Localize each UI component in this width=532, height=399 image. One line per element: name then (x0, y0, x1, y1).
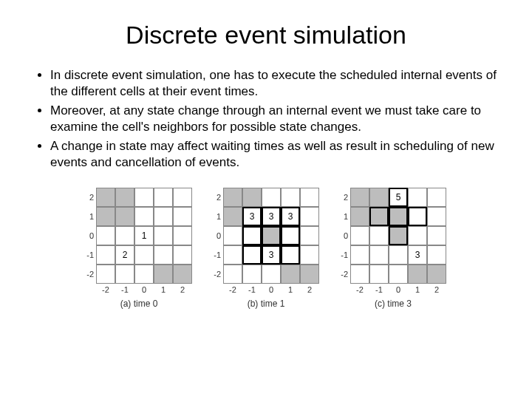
y-axis-label: -2 (340, 265, 350, 284)
grid-cell (154, 226, 173, 245)
y-axis-label: 2 (86, 188, 96, 207)
grid-cell (173, 226, 192, 245)
y-axis-label: 1 (340, 207, 350, 226)
x-axis-label: 0 (389, 284, 408, 294)
grid-cell (389, 207, 408, 226)
y-axis-label: -1 (213, 245, 223, 265)
grid-cell (154, 207, 173, 226)
grid-cell (350, 226, 369, 245)
grid-cell (223, 226, 242, 245)
grid-cell (154, 245, 173, 265)
grid: 2510-13-2-2-1012 (340, 188, 446, 294)
grid-panel: 213330-13-2-2-1012(b) time 1 (213, 188, 319, 309)
y-axis-label: -2 (86, 265, 96, 284)
grid-cell (96, 226, 115, 245)
bullet-list: In discrete event simulation, one has to… (30, 67, 502, 171)
grid-cell: 2 (115, 245, 134, 265)
grid-cell (369, 265, 389, 284)
grid-cell (408, 226, 427, 245)
x-axis-label: 2 (173, 284, 192, 294)
grid-cell (96, 245, 115, 265)
x-axis-label: -2 (223, 284, 242, 294)
y-axis-label: -1 (340, 245, 350, 265)
grid-cell (134, 207, 154, 226)
grid-cell (115, 265, 134, 284)
grid-cell (223, 265, 242, 284)
grid-panel: 2510-13-2-2-1012(c) time 3 (340, 188, 446, 309)
grid-cell: 1 (134, 226, 154, 245)
grid-cell (350, 188, 369, 207)
grid: 213330-13-2-2-1012 (213, 188, 319, 294)
grid-cell (300, 265, 319, 284)
grid-cell (242, 226, 262, 245)
grid-cell (281, 226, 300, 245)
grid-cell (173, 188, 192, 207)
grid-panel: 2101-12-2-2-1012(a) time 0 (86, 188, 192, 309)
grid-cell (427, 245, 446, 265)
grid-cell (173, 265, 192, 284)
grid-cell (223, 245, 242, 265)
grid-cell (134, 188, 154, 207)
x-axis-label: -1 (242, 284, 262, 294)
grid-cell (173, 245, 192, 265)
grid-cell (242, 188, 262, 207)
y-axis-label: 1 (213, 207, 223, 226)
grid-cell (154, 265, 173, 284)
panel-caption: (c) time 3 (375, 299, 412, 309)
grid-cell (408, 265, 427, 284)
grid: 2101-12-2-2-1012 (86, 188, 192, 294)
grid-cell (223, 207, 242, 226)
grid-cell (96, 265, 115, 284)
grid-cell: 3 (281, 207, 300, 226)
grid-cell: 3 (242, 207, 262, 226)
grid-cell (300, 245, 319, 265)
grid-cell (408, 188, 427, 207)
grid-cell (262, 188, 281, 207)
grid-cell (115, 207, 134, 226)
y-axis-label: 1 (86, 207, 96, 226)
grid-cell (427, 265, 446, 284)
x-axis-label: 1 (408, 284, 427, 294)
grid-cell (262, 265, 281, 284)
y-axis-label: 0 (213, 226, 223, 245)
grid-cell (389, 226, 408, 245)
grid-cell (115, 226, 134, 245)
grid-cell (427, 226, 446, 245)
figure-row: 2101-12-2-2-1012(a) time 0213330-13-2-2-… (30, 188, 502, 309)
grid-cell (300, 207, 319, 226)
grid-cell (223, 188, 242, 207)
grid-cell (389, 265, 408, 284)
grid-cell (134, 245, 154, 265)
grid-cell (369, 207, 389, 226)
grid-cell (96, 188, 115, 207)
grid-cell (262, 226, 281, 245)
grid-cell: 5 (389, 188, 408, 207)
x-axis-label: 1 (154, 284, 173, 294)
grid-cell: 3 (262, 245, 281, 265)
grid-cell: 3 (408, 245, 427, 265)
grid-cell (369, 188, 389, 207)
bullet-item: Moreover, at any state change through an… (50, 103, 502, 135)
y-axis-label: 0 (86, 226, 96, 245)
x-axis-label: -2 (96, 284, 115, 294)
x-axis-label: -1 (115, 284, 134, 294)
grid-cell (134, 265, 154, 284)
x-axis-label: 2 (427, 284, 446, 294)
grid-cell (300, 188, 319, 207)
y-axis-label: -1 (86, 245, 96, 265)
grid-cell (173, 207, 192, 226)
x-axis-label: 1 (281, 284, 300, 294)
grid-cell (281, 265, 300, 284)
x-axis-label: 2 (300, 284, 319, 294)
panel-caption: (b) time 1 (248, 299, 285, 309)
grid-cell (427, 188, 446, 207)
x-axis-label: -2 (350, 284, 369, 294)
bullet-item: In discrete event simulation, one has to… (50, 67, 502, 100)
grid-cell (350, 207, 369, 226)
y-axis-label: -2 (213, 265, 223, 284)
panel-caption: (a) time 0 (120, 299, 158, 309)
x-axis-label: 0 (134, 284, 154, 294)
grid-cell (154, 188, 173, 207)
y-axis-label: 2 (213, 188, 223, 207)
bullet-item: A change in state may affect waiting tim… (50, 138, 502, 171)
